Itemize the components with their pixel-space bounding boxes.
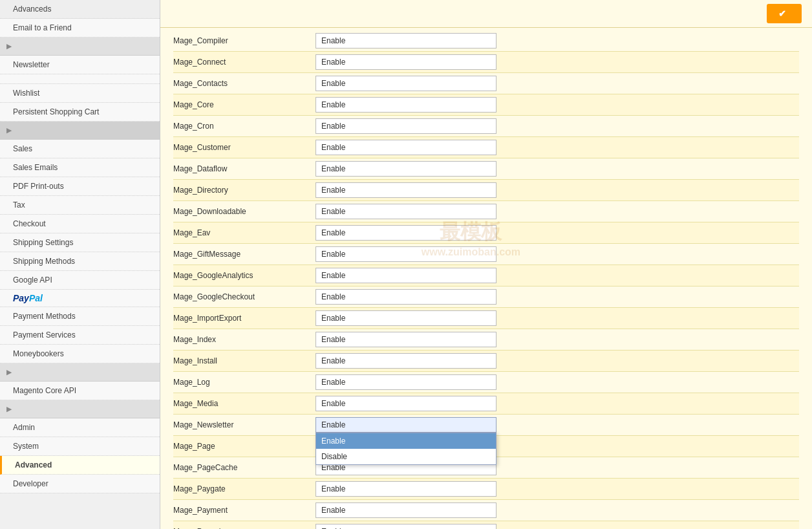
sidebar-item-customer-config[interactable] xyxy=(0,74,160,84)
sidebar-item-paypal[interactable]: PayPal xyxy=(0,290,160,307)
sidebar-item-top[interactable]: Advanceds xyxy=(0,0,160,19)
config-select-mage-downloadable[interactable]: EnableDisable xyxy=(315,204,497,219)
config-label: Mage_GoogleCheckout xyxy=(173,290,315,304)
config-select-mage-core[interactable]: EnableDisable xyxy=(315,97,497,113)
config-label: Mage_Downloadable xyxy=(173,204,315,219)
config-select-mage-install[interactable]: EnableDisable xyxy=(315,353,497,369)
sidebar-item-sales-emails[interactable]: Sales Emails xyxy=(0,158,160,177)
sidebar-item-checkout[interactable]: Checkout xyxy=(0,215,160,233)
config-select-wrapper: EnableDisable xyxy=(315,396,799,411)
config-row: Mage_NewsletterEnableDisableEnableDisabl… xyxy=(173,415,799,436)
config-select-mage-payment[interactable]: EnableDisable xyxy=(315,502,497,518)
top-bar: ✔ xyxy=(160,0,812,28)
config-select-mage-customer[interactable]: EnableDisable xyxy=(315,140,497,155)
config-row: Mage_MediaEnableDisable xyxy=(173,393,799,415)
services-arrow-icon: ▶ xyxy=(6,369,12,376)
config-select-wrapper: EnableDisable xyxy=(315,204,799,219)
config-select-mage-compiler[interactable]: EnableDisable xyxy=(315,33,497,49)
config-select-newsletter[interactable]: EnableDisable xyxy=(315,417,497,433)
config-label: Mage_Install xyxy=(173,354,315,368)
sidebar-item-moneybookers[interactable]: Moneybookers xyxy=(0,345,160,363)
dropdown-list-item[interactable]: Enable xyxy=(316,433,496,449)
sidebar: Advanceds Email to a Friend ▶ Newsletter… xyxy=(0,0,160,529)
config-select-wrapper: EnableDisable xyxy=(315,502,799,518)
config-label: Mage_Payment xyxy=(173,503,315,517)
config-select-mage-giftmessage[interactable]: EnableDisable xyxy=(315,246,497,262)
sidebar-item-payment-services[interactable]: Payment Services xyxy=(0,326,160,345)
config-select-mage-paypal[interactable]: EnableDisable xyxy=(315,524,497,529)
config-select-mage-importexport[interactable]: EnableDisable xyxy=(315,310,497,326)
sidebar-item-admin[interactable]: Admin xyxy=(0,418,160,437)
sidebar-item-tax[interactable]: Tax xyxy=(0,196,160,215)
sales-arrow-icon: ▶ xyxy=(6,127,12,134)
config-row: Mage_PaypalEnableDisable xyxy=(173,521,799,529)
config-label: Mage_GiftMessage xyxy=(173,247,315,261)
config-row: Mage_ConnectEnableDisable xyxy=(173,52,799,73)
sidebar-item-sales[interactable]: Sales xyxy=(0,140,160,158)
config-select-wrapper: EnableDisable xyxy=(315,140,799,155)
config-select-wrapper: EnableDisable xyxy=(315,310,799,326)
sidebar-item-developer[interactable]: Developer xyxy=(0,475,160,493)
config-select-wrapper: EnableDisable xyxy=(315,33,799,49)
config-select-wrapper: EnableDisable xyxy=(315,54,799,70)
sidebar-item-system[interactable]: System xyxy=(0,437,160,456)
config-label: Mage_Dataflow xyxy=(173,162,315,176)
sidebar-item-payment-methods[interactable]: Payment Methods xyxy=(0,307,160,326)
config-select-mage-paygate[interactable]: EnableDisable xyxy=(315,481,497,497)
config-label: Mage_Media xyxy=(173,396,315,411)
config-label: Mage_Paypal xyxy=(173,524,315,529)
config-label: Mage_Page xyxy=(173,439,315,453)
config-select-mage-directory[interactable]: EnableDisable xyxy=(315,182,497,198)
main-content: ✔ Mage_CompilerEnableDisableMage_Connect… xyxy=(160,0,812,529)
config-select-mage-cron[interactable]: EnableDisable xyxy=(315,118,497,134)
config-select-wrapper: EnableDisable xyxy=(315,182,799,198)
config-select-mage-connect[interactable]: EnableDisable xyxy=(315,54,497,70)
config-label: Mage_Compiler xyxy=(173,34,315,48)
config-select-wrapper: EnableDisable xyxy=(315,76,799,91)
config-select-mage-contacts[interactable]: EnableDisable xyxy=(315,76,497,91)
config-select-mage-media[interactable]: EnableDisable xyxy=(315,396,497,411)
sidebar-item-advanced[interactable]: Advanced xyxy=(0,456,160,475)
sidebar-section-advanced[interactable]: ▶ xyxy=(0,400,160,418)
config-row: Mage_CompilerEnableDisable xyxy=(173,30,799,52)
config-label: Mage_Index xyxy=(173,332,315,347)
sidebar-item-email-friend[interactable]: Email to a Friend xyxy=(0,19,160,38)
config-select-mage-googleanalytics[interactable]: EnableDisable xyxy=(315,268,497,283)
sidebar-item-wishlist[interactable]: Wishlist xyxy=(0,84,160,103)
sidebar-item-google-api[interactable]: Google API xyxy=(0,271,160,290)
config-select-wrapper: EnableDisable xyxy=(315,118,799,134)
config-label: Mage_GoogleAnalytics xyxy=(173,268,315,283)
sidebar-section-sales[interactable]: ▶ xyxy=(0,122,160,140)
sidebar-item-persistent-shopping-cart[interactable]: Persistent Shopping Cart xyxy=(0,103,160,122)
sidebar-item-pdf-print-outs[interactable]: PDF Print-outs xyxy=(0,177,160,196)
dropdown-open-wrapper: EnableDisableEnableDisable xyxy=(315,417,497,433)
sidebar-item-shipping-settings[interactable]: Shipping Settings xyxy=(0,233,160,252)
config-row: Mage_CoreEnableDisable xyxy=(173,94,799,116)
config-row: Mage_IndexEnableDisable xyxy=(173,329,799,351)
config-row: Mage_DownloadableEnableDisable xyxy=(173,201,799,222)
sidebar-item-newsletter[interactable]: Newsletter xyxy=(0,56,160,74)
config-row: Mage_LogEnableDisable xyxy=(173,372,799,393)
sidebar-item-magento-core-api[interactable]: Magento Core API xyxy=(0,382,160,400)
config-select-wrapper: EnableDisable xyxy=(315,268,799,283)
config-label: Mage_Paygate xyxy=(173,482,315,496)
config-select-mage-googlecheckout[interactable]: EnableDisable xyxy=(315,289,497,305)
save-config-button[interactable]: ✔ xyxy=(767,4,802,23)
config-select-mage-dataflow[interactable]: EnableDisable xyxy=(315,161,497,177)
sidebar-section-customers[interactable]: ▶ xyxy=(0,38,160,56)
sidebar-item-shipping-methods[interactable]: Shipping Methods xyxy=(0,252,160,271)
config-select-wrapper: EnableDisable xyxy=(315,246,799,262)
config-select-mage-index[interactable]: EnableDisable xyxy=(315,332,497,347)
config-select-wrapper: EnableDisable xyxy=(315,97,799,113)
config-label: Mage_Core xyxy=(173,98,315,112)
config-row: Mage_CustomerEnableDisable xyxy=(173,137,799,158)
config-row: Mage_PaymentEnableDisable xyxy=(173,500,799,521)
config-select-wrapper: EnableDisable xyxy=(315,332,799,347)
save-check-icon: ✔ xyxy=(778,8,786,19)
config-select-wrapper: EnableDisable xyxy=(315,374,799,390)
config-select-mage-log[interactable]: EnableDisable xyxy=(315,374,497,390)
sidebar-section-services[interactable]: ▶ xyxy=(0,363,160,382)
dropdown-list-item[interactable]: Disable xyxy=(316,449,496,464)
config-select-wrapper: EnableDisable xyxy=(315,353,799,369)
config-select-mage-eav[interactable]: EnableDisable xyxy=(315,225,497,241)
